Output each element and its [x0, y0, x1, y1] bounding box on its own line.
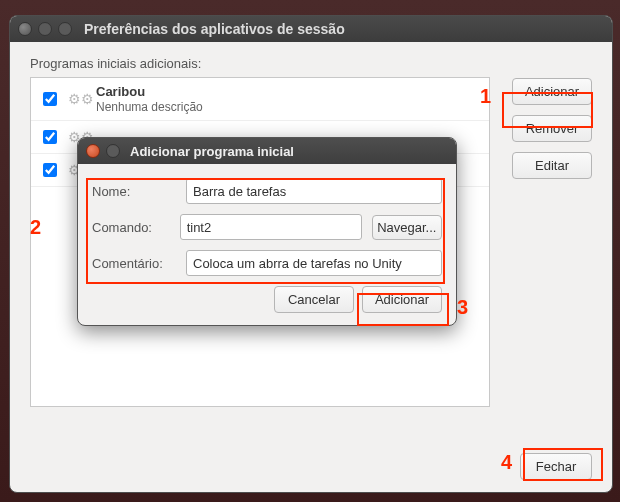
name-field[interactable]	[186, 178, 442, 204]
form-row-comment: Comentário:	[92, 250, 442, 276]
window-maximize-icon[interactable]	[58, 22, 72, 36]
list-item-checkbox[interactable]	[43, 92, 57, 106]
window-close-icon[interactable]	[18, 22, 32, 36]
window-minimize-icon[interactable]	[38, 22, 52, 36]
dialog-title: Adicionar programa inicial	[130, 144, 294, 159]
add-button[interactable]: Adicionar	[512, 78, 592, 105]
form-row-name: Nome:	[92, 178, 442, 204]
gears-icon: ⚙⚙	[68, 91, 88, 107]
form-row-command: Comando: Navegar...	[92, 214, 442, 240]
list-item-checkbox[interactable]	[43, 163, 57, 177]
edit-button[interactable]: Editar	[512, 152, 592, 179]
command-field[interactable]	[180, 214, 362, 240]
name-label: Nome:	[92, 184, 176, 199]
dialog-add-button[interactable]: Adicionar	[362, 286, 442, 313]
action-buttons: Adicionar Remover Editar	[512, 78, 592, 179]
list-item-checkbox[interactable]	[43, 130, 57, 144]
command-label: Comando:	[92, 220, 170, 235]
window-footer: Fechar	[520, 453, 592, 480]
list-item[interactable]: ⚙⚙ Caribou Nenhuma descrição	[31, 78, 489, 121]
list-item-title: Caribou	[96, 84, 145, 99]
remove-button[interactable]: Remover	[512, 115, 592, 142]
dialog-buttons: Cancelar Adicionar	[92, 286, 442, 313]
dialog-body: Nome: Comando: Navegar... Comentário: Ca…	[78, 164, 456, 325]
close-button[interactable]: Fechar	[520, 453, 592, 480]
cancel-button[interactable]: Cancelar	[274, 286, 354, 313]
window-title: Preferências dos aplicativos de sessão	[84, 21, 345, 37]
list-item-text: Caribou Nenhuma descrição	[96, 84, 203, 114]
dialog-close-icon[interactable]	[86, 144, 100, 158]
list-item-description: Nenhuma descrição	[96, 100, 203, 114]
dialog-titlebar: Adicionar programa inicial	[78, 138, 456, 164]
section-label: Programas iniciais adicionais:	[30, 56, 592, 71]
window-titlebar: Preferências dos aplicativos de sessão	[10, 16, 612, 42]
dialog-minimize-icon[interactable]	[106, 144, 120, 158]
add-startup-program-dialog: Adicionar programa inicial Nome: Comando…	[77, 137, 457, 326]
comment-label: Comentário:	[92, 256, 176, 271]
browse-button[interactable]: Navegar...	[372, 215, 442, 240]
comment-field[interactable]	[186, 250, 442, 276]
